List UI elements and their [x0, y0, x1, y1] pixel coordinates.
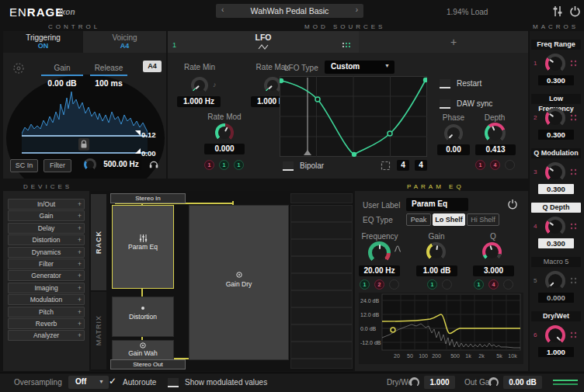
rack-grid-cell[interactable] — [290, 307, 353, 324]
eq-type-hi-shelf-button[interactable]: Hi Shelf — [467, 213, 499, 226]
lfo-curve-editor[interactable] — [280, 76, 427, 157]
knob-settings-icon[interactable] — [12, 62, 25, 75]
macro-3-knob[interactable] — [545, 162, 565, 182]
q-badge-2[interactable]: 4 — [488, 279, 499, 290]
rate-max-knob[interactable] — [264, 77, 281, 94]
eq-type-peak-button[interactable]: Peak — [406, 213, 431, 226]
macro-5-value[interactable]: 0.000 — [538, 293, 574, 303]
macro-2-knob[interactable] — [545, 108, 565, 128]
device-distortion[interactable]: Distortion+ — [8, 234, 85, 245]
rate-mod-badge-2[interactable]: 1 — [219, 160, 229, 170]
add-device-icon[interactable]: + — [78, 307, 82, 317]
rate-mod-value[interactable]: 0.000 — [204, 144, 245, 154]
stereo-in-node[interactable]: Stereo In — [110, 193, 186, 203]
rack-grid-cell[interactable] — [290, 222, 353, 239]
macro-1-assign-icon[interactable] — [570, 60, 577, 67]
tab-voicing[interactable]: Voicing A4 — [83, 31, 166, 53]
range-high-handle[interactable] — [135, 130, 141, 136]
macro-5-knob[interactable] — [545, 271, 565, 291]
bipolar-checkbox[interactable] — [283, 161, 294, 171]
gain-slider[interactable] — [41, 75, 83, 76]
depth-badge-3[interactable] — [505, 160, 515, 170]
rack-grid-cell[interactable] — [290, 239, 353, 256]
note-button[interactable]: A4 — [143, 61, 162, 72]
frequency-knob[interactable] — [368, 241, 391, 264]
release-slider[interactable] — [90, 75, 127, 76]
macro-6-label[interactable]: Dry/Wet — [531, 311, 581, 321]
preset-name[interactable]: WahWah Pedal Basic — [216, 6, 363, 16]
device-filter[interactable]: Filter+ — [8, 258, 85, 269]
show-modulated-checkbox[interactable] — [168, 378, 179, 387]
range-low-line[interactable] — [22, 152, 148, 154]
rack-grid-cell[interactable] — [290, 342, 353, 359]
settings-faders-icon[interactable] — [551, 5, 564, 17]
add-device-icon[interactable]: + — [78, 319, 82, 328]
device-in-out[interactable]: In/Out+ — [8, 199, 85, 210]
device-reverb[interactable]: Reverb+ — [8, 318, 85, 329]
distortion-node[interactable]: Distortion — [112, 297, 174, 337]
daw-sync-checkbox[interactable] — [440, 99, 450, 109]
rate-mod-badge-3[interactable]: 1 — [234, 160, 244, 170]
macro-2-label[interactable]: Low Frequency — [531, 94, 581, 104]
filter-freq-knob[interactable] — [84, 158, 96, 171]
macro-6-value[interactable]: 1.000 — [538, 347, 574, 357]
rate-mod-badge-1[interactable]: 1 — [204, 160, 214, 170]
add-device-icon[interactable]: + — [78, 259, 82, 269]
stereo-out-node[interactable]: Stereo Out — [110, 359, 186, 369]
rack-grid-cell[interactable] — [290, 193, 353, 203]
lfo-type-dropdown[interactable]: Custom ▼ — [325, 61, 395, 74]
macro-6-assign-icon[interactable] — [570, 331, 577, 338]
q-value[interactable]: 3.000 — [473, 265, 514, 276]
macro-3-assign-icon[interactable] — [570, 168, 577, 175]
depth-value[interactable]: 0.413 — [475, 144, 516, 155]
depth-badge-2[interactable]: 4 — [490, 160, 500, 170]
phase-value[interactable]: 0.00 — [437, 144, 470, 155]
rack-grid-cell[interactable] — [290, 324, 353, 342]
macro-2-assign-icon[interactable] — [570, 114, 577, 121]
add-device-icon[interactable]: + — [78, 283, 82, 293]
eq-gain-value[interactable]: 1.00 dB — [416, 265, 457, 276]
out-gain-value[interactable]: 0.00 dB — [503, 376, 542, 389]
out-gain-knob[interactable] — [488, 377, 499, 387]
frequency-badge-3[interactable] — [389, 279, 399, 290]
tab-lfo[interactable]: 1 LFO — [168, 31, 359, 53]
gain-wah-node[interactable]: Gain Wah — [112, 340, 174, 360]
depth-knob[interactable] — [485, 123, 506, 144]
range-high-value[interactable]: 0.12 — [141, 130, 163, 139]
footer-dry-wet-value[interactable]: 1.000 — [424, 376, 455, 389]
macro-4-knob[interactable] — [545, 217, 565, 237]
device-imaging[interactable]: Imaging+ — [8, 283, 85, 293]
tab-rack[interactable]: RACK — [91, 194, 106, 290]
eq-gain-badge-1[interactable]: 1 — [427, 279, 437, 290]
macro-4-assign-icon[interactable] — [570, 223, 577, 230]
lock-icon[interactable] — [78, 138, 89, 151]
macro-3-label[interactable]: Q Modulation — [531, 148, 581, 158]
macro-5-label[interactable]: Macro 5 — [531, 257, 581, 267]
macro-3-value[interactable]: 0.300 — [538, 184, 574, 194]
user-label-input[interactable]: Param Eq — [406, 198, 468, 211]
rate-min-value[interactable]: 1.000 Hz — [177, 96, 221, 107]
rack-grid-cell[interactable] — [290, 290, 353, 307]
frequency-value[interactable]: 20.00 Hz — [359, 265, 400, 276]
q-badge-3[interactable] — [503, 279, 513, 290]
range-low-handle[interactable] — [135, 148, 141, 154]
add-device-icon[interactable]: + — [78, 295, 82, 304]
macro-4-label[interactable]: Q Depth — [531, 203, 581, 213]
device-power-icon[interactable] — [507, 199, 518, 210]
macro-1-knob[interactable] — [545, 54, 565, 74]
restart-checkbox[interactable] — [440, 79, 450, 88]
device-generator[interactable]: Generator+ — [8, 270, 85, 281]
depth-badge-1[interactable]: 1 — [475, 160, 485, 170]
add-device-icon[interactable]: + — [78, 199, 82, 209]
preset-next-icon[interactable]: › — [356, 5, 358, 14]
footer-dry-wet-knob[interactable] — [409, 377, 419, 387]
sc-in-button[interactable]: SC In — [10, 159, 38, 172]
eq-gain-badge-2[interactable] — [442, 279, 452, 290]
tab-matrix[interactable]: MATRIX — [91, 292, 106, 369]
frequency-badge-1[interactable]: 1 — [360, 279, 370, 290]
rate-min-knob[interactable] — [191, 77, 208, 94]
device-delay[interactable]: Delay+ — [8, 223, 85, 234]
macro-1-value[interactable]: 0.300 — [538, 75, 574, 85]
macro-4-value[interactable]: 0.300 — [538, 238, 574, 248]
rate-min-sync-icon[interactable]: ♪ — [213, 81, 217, 88]
